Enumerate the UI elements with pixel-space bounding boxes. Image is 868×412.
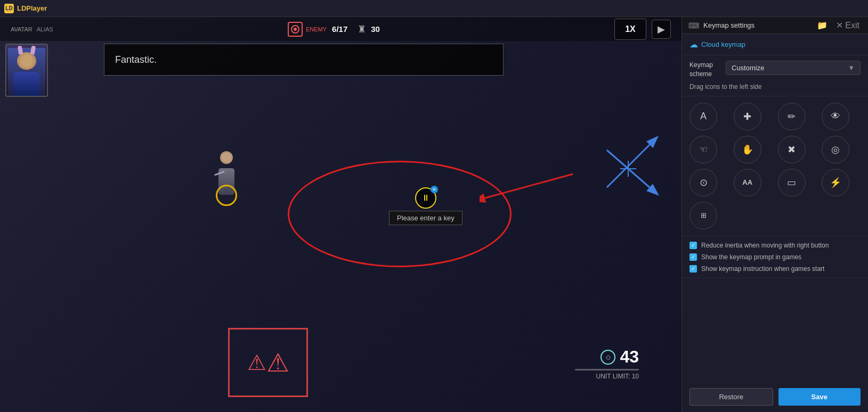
enemy-count: 6/17 — [332, 24, 347, 34]
tool-icon-camera[interactable]: ⊞ — [689, 202, 717, 229]
cloud-icon: ☁ — [689, 39, 698, 50]
char-head — [220, 151, 233, 164]
logo-icon: LD — [4, 4, 14, 13]
chess-counter: ♜ 30 — [356, 22, 380, 37]
tool-icon-mouse[interactable]: ⊙ — [689, 169, 717, 196]
cb-label-3: Show keymap instruction when games start — [701, 265, 824, 273]
enemy-label: ENEMY — [306, 26, 327, 32]
cloud-section: ☁ Cloud keymap — [682, 34, 868, 55]
cloud-label: Cloud keymap — [701, 40, 745, 48]
panel-buttons: Restore Save — [682, 382, 868, 412]
warning-triangle: ⚠ — [230, 329, 306, 395]
svg-point-1 — [294, 28, 297, 31]
key-label-box: Please enter a key — [389, 211, 463, 225]
score-icon: ◇ — [601, 350, 615, 365]
score-row: ◇ 43 — [601, 347, 639, 367]
hud-top: AVATAR ALIAS ENEMY 6/17 ♜ 30 1X — [0, 17, 682, 41]
scheme-label: Keymap scheme — [689, 61, 721, 79]
enemy-counter: ENEMY 6/17 — [288, 22, 347, 37]
titlebar: LD LDPlayer — [0, 0, 868, 17]
hud-left: AVATAR ALIAS — [11, 26, 53, 32]
dialogue-box: Fantastic. — [104, 44, 504, 76]
checkbox-section: ✓ Reduce inertia when moving with right … — [682, 236, 868, 278]
folder-icon[interactable]: 📁 — [815, 19, 830, 31]
checkbox-row-2: ✓ Show the keymap prompt in games — [689, 253, 861, 261]
avatar-area — [5, 44, 101, 134]
panel-title: Keymap settings — [703, 21, 755, 29]
scheme-value: Customize — [732, 64, 764, 72]
score-value: 43 — [620, 347, 639, 367]
key-prompt-widget: ⏸ ✕ Please enter a key — [389, 187, 463, 225]
tool-icon-bolt[interactable]: ⚡ — [822, 169, 849, 196]
enemy-icon — [288, 22, 303, 37]
chess-icon: ♜ — [356, 22, 368, 37]
tool-icon-cross[interactable]: ✖ — [778, 136, 806, 163]
restore-button[interactable]: Restore — [689, 388, 773, 406]
exit-button[interactable]: ✕ Exit — [834, 19, 862, 31]
drag-hint: Drag icons to the left side — [689, 83, 861, 90]
app-logo: LD LDPlayer — [4, 4, 47, 13]
chevron-down-icon: ▼ — [848, 64, 855, 72]
key-icon-circle: ⏸ ✕ — [415, 187, 436, 209]
hud-center: ENEMY 6/17 ♜ 30 — [288, 22, 380, 37]
bottom-hud: ◇ 43 UNIT LIMIT: 10 — [575, 347, 639, 380]
speed-value: 1X — [625, 24, 636, 34]
right-panel: ⌨ Keymap settings 📁 ✕ Exit ☁ Cloud keyma… — [682, 17, 868, 412]
cb-label-2: Show the keymap prompt in games — [701, 253, 801, 261]
dialogue-text: Fantastic. — [115, 54, 157, 65]
avatar-box — [5, 44, 48, 97]
cloud-keymap-button[interactable]: ☁ Cloud keymap — [689, 39, 861, 50]
keymap-icon: ⌨ — [688, 21, 699, 30]
tool-icon-tablet[interactable]: ▭ — [778, 169, 806, 196]
checkbox-reduce-inertia[interactable]: ✓ — [689, 242, 697, 249]
tool-icon-pencil[interactable]: ✏ — [778, 103, 806, 130]
panel-title-row: ⌨ Keymap settings — [688, 21, 755, 30]
checkbox-show-keymap-prompt[interactable]: ✓ — [689, 253, 697, 261]
score-bar — [575, 369, 639, 370]
save-button[interactable]: Save — [778, 388, 861, 406]
avatar-name-2: ALIAS — [37, 26, 53, 32]
unit-limit: UNIT LIMIT: 10 — [596, 373, 639, 380]
panel-controls: 📁 ✕ Exit — [815, 19, 862, 31]
tool-icon-plus[interactable]: ✚ — [734, 103, 761, 130]
checkbox-row-3: ✓ Show keymap instruction when games sta… — [689, 265, 861, 273]
scheme-row: Keymap scheme Customize ▼ — [689, 61, 861, 79]
tool-icon-gesture[interactable]: ✋ — [734, 136, 761, 163]
hud-right: 1X ▶ — [614, 19, 671, 40]
icon-grid: A ✚ ✏ 👁 ☜ ✋ ✖ ◎ ⊙ AA ▭ ⚡ ⊞ — [682, 96, 868, 236]
tool-icon-hand[interactable]: ☜ — [689, 136, 717, 163]
tool-icon-eye[interactable]: 👁 — [822, 103, 849, 130]
speed-button[interactable]: 1X — [614, 19, 646, 40]
tool-icon-A[interactable]: A — [689, 103, 717, 130]
avatar-name-1: AVATAR — [11, 26, 33, 32]
scheme-section: Keymap scheme Customize ▼ Drag icons to … — [682, 55, 868, 96]
key-prompt-text: Please enter a key — [397, 214, 455, 222]
tool-icon-aa[interactable]: AA — [734, 169, 761, 196]
checkbox-row-1: ✓ Reduce inertia when moving with right … — [689, 242, 861, 249]
cb-label-1: Reduce inertia when moving with right bu… — [701, 242, 829, 249]
character-sprite — [213, 155, 240, 198]
main-container: AVATAR ALIAS ENEMY 6/17 ♜ 30 1X — [0, 17, 868, 412]
warning-box: ⚠ — [228, 328, 308, 397]
key-close-button[interactable]: ✕ — [431, 186, 438, 193]
game-area: AVATAR ALIAS ENEMY 6/17 ♜ 30 1X — [0, 17, 682, 412]
chess-count: 30 — [371, 24, 380, 34]
key-symbol: ⏸ — [421, 193, 430, 203]
tool-icon-target[interactable]: ◎ — [822, 136, 849, 163]
play-button[interactable]: ▶ — [652, 20, 671, 39]
panel-header: ⌨ Keymap settings 📁 ✕ Exit — [682, 17, 868, 34]
checkbox-show-keymap-instruction[interactable]: ✓ — [689, 265, 697, 273]
app-name: LDPlayer — [17, 4, 47, 12]
scheme-select[interactable]: Customize ▼ — [726, 61, 861, 75]
